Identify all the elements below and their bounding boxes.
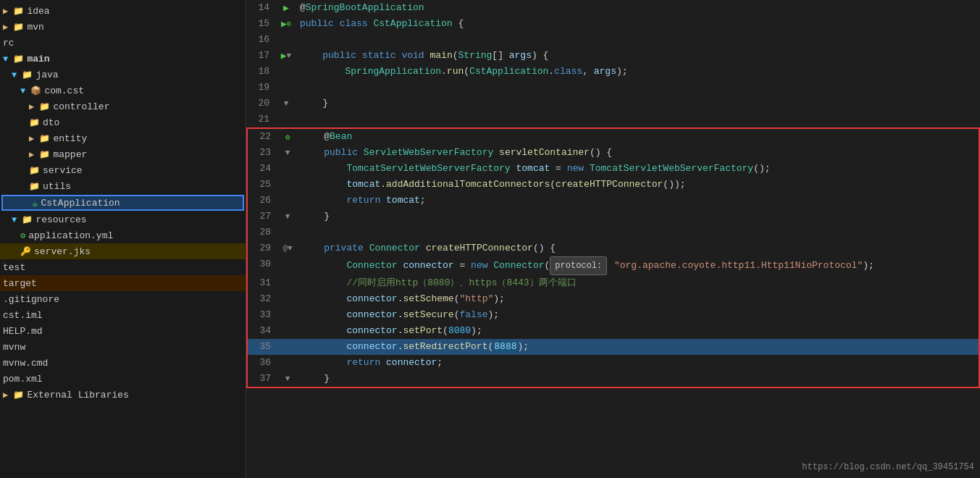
code-content[interactable]: 14 ▶ @SpringBootApplication 15 ▶ ⚙ publi… <box>246 0 980 478</box>
code-line-22: 22 ⚙ @Bean <box>248 129 979 145</box>
line-number-22: 22 <box>248 129 277 145</box>
sidebar-label-cstiml: cst.iml <box>3 310 43 321</box>
sidebar-label-mvn: mvn <box>27 22 43 33</box>
code-line-37: 37 ▼ } <box>248 371 979 387</box>
sidebar-item-application-yml[interactable]: ⚙ application.yml <box>0 227 246 243</box>
sidebar-item-controller[interactable]: ▶ 📁 controller <box>0 98 246 114</box>
code-line-20: 20 ▼ } <box>246 96 980 112</box>
sidebar-item-test[interactable]: test <box>0 259 246 275</box>
sidebar-item-main[interactable]: ▼ 📁 main <box>0 51 246 67</box>
gutter-21 <box>275 112 297 127</box>
gutter-35 <box>277 339 298 355</box>
line-number-35: 35 <box>248 339 277 355</box>
sidebar-label-rc: rc <box>3 38 14 49</box>
gutter-34 <box>277 323 298 339</box>
folder-icon: ▶ 📁 <box>29 101 50 112</box>
sidebar-item-rc[interactable]: rc <box>0 35 246 51</box>
gutter-15: ▶ ⚙ <box>275 16 297 32</box>
sidebar-label-helpmd: HELP.md <box>3 326 43 337</box>
line-number-19: 19 <box>246 80 275 96</box>
code-line-23: 23 ▼ public ServletWebServerFactory serv… <box>248 145 979 161</box>
sidebar-item-mvnwcmd[interactable]: mvnw.cmd <box>0 355 246 371</box>
sidebar-label-cstapplication: CstApplication <box>41 198 120 209</box>
line-number-28: 28 <box>248 225 277 240</box>
sidebar-item-service[interactable]: 📁 service <box>0 162 246 178</box>
sidebar-item-cstapplication[interactable]: ☕ CstApplication <box>1 195 244 211</box>
sidebar-item-dto[interactable]: 📁 dto <box>0 114 246 130</box>
sidebar-label-test: test <box>3 262 25 273</box>
code-line-14: 14 ▶ @SpringBootApplication <box>246 0 980 16</box>
sidebar-label-mvnwcmd: mvnw.cmd <box>3 358 48 369</box>
code-line-17: 17 ▶ ▼ public static void main(String[] … <box>246 48 980 64</box>
sidebar-label-java: java <box>35 70 58 80</box>
yaml-icon: ⚙ <box>20 230 25 241</box>
sidebar-item-mapper[interactable]: ▶ 📁 mapper <box>0 146 246 162</box>
jks-icon: 🔑 <box>20 246 31 257</box>
sidebar-label-application-yml: application.yml <box>28 230 113 241</box>
sidebar-label-utils: utils <box>43 181 71 192</box>
line-content-19 <box>297 80 980 96</box>
code-line-27: 27 ▼ } <box>248 209 979 225</box>
sidebar-item-target[interactable]: target <box>0 275 246 291</box>
run-icon-15: ▶ <box>281 18 287 30</box>
line-number-31: 31 <box>248 275 277 291</box>
line-number-16: 16 <box>246 32 275 48</box>
sidebar-item-comcst[interactable]: ▼ 📦 com.cst <box>0 83 246 98</box>
code-line-25: 25 tomcat.addAdditionalTomcatConnectors(… <box>248 177 979 193</box>
line-content-34: connector.setPort(8080); <box>298 323 979 339</box>
gutter-28 <box>277 225 298 240</box>
gutter-24 <box>277 161 298 177</box>
sidebar: ▶ 📁 idea ▶ 📁 mvn rc ▼ 📁 main ▼ 📁 java ▼ … <box>0 0 246 478</box>
line-content-31: //同时启用http（8080）、https（8443）两个端口 <box>298 275 979 291</box>
sidebar-label-target: target <box>3 278 37 289</box>
run-icon-17: ▶ <box>281 50 287 62</box>
sidebar-label-server-jks: server.jks <box>34 246 91 257</box>
code-line-26: 26 return tomcat; <box>248 193 979 209</box>
line-number-37: 37 <box>248 371 277 387</box>
fold-icon-17: ▼ <box>287 51 292 60</box>
at-icon-29: @ <box>282 244 288 253</box>
code-line-19: 19 <box>246 80 980 96</box>
line-number-20: 20 <box>246 96 275 112</box>
line-content-21 <box>297 112 980 127</box>
line-number-21: 21 <box>246 112 275 127</box>
sidebar-label-controller: controller <box>53 101 109 112</box>
line-content-29: private Connector createHTTPConnector() … <box>298 240 979 256</box>
line-number-34: 34 <box>248 323 277 339</box>
sidebar-label-external-libraries: External Libraries <box>27 390 128 401</box>
gutter-29: @ ▼ <box>277 240 298 256</box>
folder-icon: ▶ 📁 <box>3 390 24 401</box>
sidebar-item-idea[interactable]: ▶ 📁 idea <box>0 3 246 19</box>
code-line-36: 36 return connector; <box>248 355 979 371</box>
sidebar-label-mapper: mapper <box>53 149 87 160</box>
fold-icon-23: ▼ <box>285 148 290 157</box>
fold-icon-29: ▼ <box>288 244 293 253</box>
line-content-23: public ServletWebServerFactory servletCo… <box>298 145 979 161</box>
code-line-32: 32 connector.setScheme("http"); <box>248 291 979 307</box>
code-line-33: 33 connector.setSecure(false); <box>248 307 979 323</box>
sidebar-item-entity[interactable]: ▶ 📁 entity <box>0 130 246 146</box>
sidebar-item-server-jks[interactable]: 🔑 server.jks <box>0 243 246 259</box>
sidebar-item-cstiml[interactable]: cst.iml <box>0 307 246 323</box>
code-line-16: 16 <box>246 32 980 48</box>
sidebar-item-mvnw[interactable]: mvnw <box>0 339 246 355</box>
sidebar-item-gitignore[interactable]: .gitignore <box>0 291 246 307</box>
sidebar-item-pomxml[interactable]: pom.xml <box>0 371 246 387</box>
gutter-32 <box>277 291 298 307</box>
line-number-33: 33 <box>248 307 277 323</box>
sidebar-item-utils[interactable]: 📁 utils <box>0 178 246 194</box>
sidebar-item-external-libraries[interactable]: ▶ 📁 External Libraries <box>0 387 246 403</box>
sidebar-label-idea: idea <box>27 6 49 17</box>
line-number-24: 24 <box>248 161 277 177</box>
sidebar-item-java[interactable]: ▼ 📁 java <box>0 67 246 83</box>
line-content-20: } <box>297 96 980 112</box>
code-line-29: 29 @ ▼ private Connector createHTTPConne… <box>248 240 979 256</box>
line-number-15: 15 <box>246 16 275 32</box>
sidebar-item-helpmd[interactable]: HELP.md <box>0 323 246 339</box>
run-icon-14: ▶ <box>283 2 289 14</box>
sidebar-item-resources[interactable]: ▼ 📁 resources <box>0 211 246 227</box>
folder-open-icon: ▼ 📁 <box>12 214 33 225</box>
line-number-27: 27 <box>248 209 277 225</box>
gutter-26 <box>277 193 298 209</box>
sidebar-item-mvn[interactable]: ▶ 📁 mvn <box>0 19 246 35</box>
